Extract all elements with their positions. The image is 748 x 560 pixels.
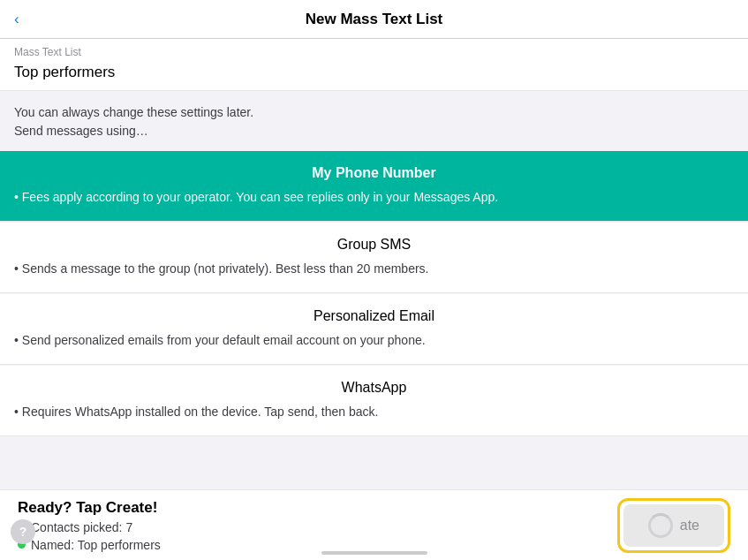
option-my-phone-desc: • Fees apply according to your operator.… — [14, 188, 734, 207]
contacts-stat: Contacts picked: 7 — [18, 520, 161, 534]
create-label: ate — [680, 518, 699, 534]
back-icon: ‹ — [14, 11, 19, 28]
help-button[interactable]: ? — [11, 519, 35, 544]
option-personalized-email[interactable]: Personalized Email • Send personalized e… — [0, 294, 748, 365]
create-button[interactable]: ate — [623, 504, 724, 547]
named-label: Named: Top performers — [31, 538, 161, 552]
create-btn-wrapper: ate — [617, 498, 730, 553]
content-area: Mass Text List Top performers You can al… — [0, 39, 748, 489]
option-whatsapp-desc: • Requires WhatsApp installed on the dev… — [14, 403, 734, 421]
option-group-sms-desc: • Sends a message to the group (not priv… — [14, 260, 734, 278]
option-whatsapp-title: WhatsApp — [14, 380, 734, 396]
contacts-label: Contacts picked: 7 — [31, 520, 132, 534]
field-label: Mass Text List — [0, 39, 748, 60]
ready-title: Ready? Tap Create! — [18, 499, 161, 517]
page-title: New Mass Text List — [306, 11, 443, 28]
option-personalized-email-desc: • Send personalized emails from your def… — [14, 331, 734, 350]
spinner-icon — [648, 513, 673, 538]
list-name-group: Mass Text List Top performers — [0, 39, 748, 91]
option-group-sms[interactable]: Group SMS • Sends a message to the group… — [0, 223, 748, 293]
bottom-info: Ready? Tap Create! Contacts picked: 7 Na… — [18, 499, 161, 552]
option-group-sms-title: Group SMS — [14, 237, 734, 253]
info-line-2: Send messages using… — [14, 122, 734, 140]
option-whatsapp[interactable]: WhatsApp • Requires WhatsApp installed o… — [0, 366, 748, 436]
back-button[interactable]: ‹ — [14, 11, 19, 28]
home-indicator — [321, 551, 427, 555]
bottom-bar: Ready? Tap Create! Contacts picked: 7 Na… — [0, 489, 748, 560]
option-personalized-email-title: Personalized Email — [14, 308, 734, 324]
header: ‹ New Mass Text List — [0, 0, 748, 39]
messaging-options: My Phone Number • Fees apply according t… — [0, 151, 748, 436]
option-my-phone[interactable]: My Phone Number • Fees apply according t… — [0, 151, 748, 222]
named-stat: Named: Top performers — [18, 538, 161, 552]
help-label: ? — [19, 525, 27, 539]
info-line-1: You can always change these settings lat… — [14, 103, 734, 122]
info-text: You can always change these settings lat… — [0, 91, 748, 144]
field-value: Top performers — [0, 60, 748, 91]
option-my-phone-title: My Phone Number — [14, 165, 734, 181]
